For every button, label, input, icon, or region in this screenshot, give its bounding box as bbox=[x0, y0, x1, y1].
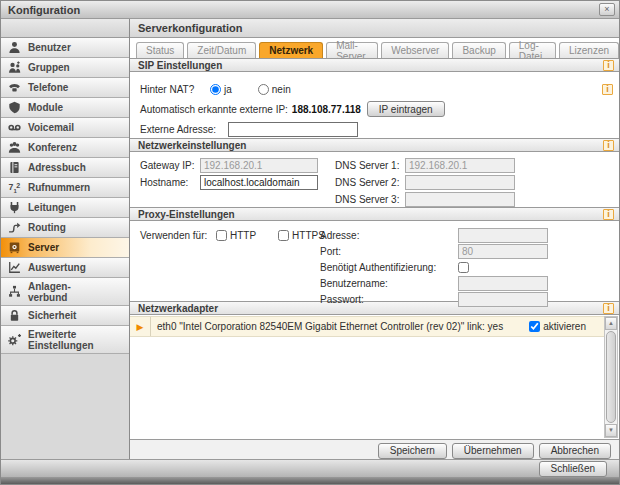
port-label: Port: bbox=[320, 246, 458, 257]
sidebar-item-label: Konferenz bbox=[28, 142, 77, 153]
numbers-icon: 712 bbox=[1, 181, 28, 194]
passwort-label: Passwort: bbox=[320, 294, 458, 305]
plug-icon bbox=[1, 201, 28, 214]
sidebar-item-label: Telefone bbox=[28, 82, 68, 93]
address-book-icon bbox=[1, 161, 28, 174]
section-header-proxy: Proxy-Einstellungen i bbox=[130, 207, 619, 221]
info-icon[interactable]: i bbox=[603, 60, 614, 71]
adapter-row[interactable]: ▶ eth0 "Intel Corporation 82540EM Gigabi… bbox=[130, 316, 604, 337]
aktivieren-checkbox[interactable] bbox=[529, 321, 540, 332]
info-icon[interactable]: i bbox=[602, 84, 613, 95]
sidebar-item-gruppen[interactable]: Gruppen bbox=[1, 58, 129, 78]
sidebar-item-leitungen[interactable]: Leitungen bbox=[1, 198, 129, 218]
sidebar-item-rufnummern[interactable]: 712 Rufnummern bbox=[1, 178, 129, 198]
sidebar-item-routing[interactable]: Routing bbox=[1, 218, 129, 238]
sidebar-item-voicemail[interactable]: Voicemail bbox=[1, 118, 129, 138]
scroll-up-icon[interactable]: ▲ bbox=[605, 317, 617, 330]
uebernehmen-button[interactable]: Übernehmen bbox=[452, 443, 534, 459]
sidebar-header bbox=[1, 19, 129, 38]
svg-text:1: 1 bbox=[13, 188, 17, 194]
section-title: Proxy-Einstellungen bbox=[138, 209, 603, 220]
sidebar-item-anlagenverbund[interactable]: Anlagen-verbund bbox=[1, 278, 129, 306]
window-titlebar[interactable]: Konfiguration × bbox=[1, 1, 619, 19]
externe-adresse-input[interactable] bbox=[228, 122, 358, 137]
scrollbar[interactable]: ▲ ▼ bbox=[604, 316, 618, 438]
users-icon bbox=[1, 61, 28, 74]
shield-icon bbox=[1, 101, 28, 114]
network-tree-icon bbox=[1, 285, 28, 298]
adapter-description: eth0 "Intel Corporation 82540EM Gigabit … bbox=[151, 321, 529, 332]
nat-label: Hinter NAT? bbox=[140, 84, 210, 95]
info-icon[interactable]: i bbox=[603, 209, 614, 220]
aktivieren-checkbox-label[interactable]: aktivieren bbox=[529, 321, 604, 332]
section-title: Netzwerkeinstellungen bbox=[138, 140, 603, 151]
dns3-label: DNS Server 3: bbox=[335, 194, 405, 205]
speichern-button[interactable]: Speichern bbox=[378, 443, 447, 459]
sidebar-item-module[interactable]: Module bbox=[1, 98, 129, 118]
nat-radio-nein[interactable]: nein bbox=[258, 84, 291, 95]
conference-icon bbox=[1, 141, 28, 154]
chart-icon bbox=[1, 261, 28, 274]
sidebar-item-erweiterte-einstellungen[interactable]: ErweiterteEinstellungen bbox=[1, 326, 129, 354]
tab-netzwerk[interactable]: Netzwerk bbox=[259, 42, 323, 58]
voicemail-icon bbox=[1, 121, 28, 134]
sidebar-item-auswertung[interactable]: Auswertung bbox=[1, 258, 129, 278]
info-icon[interactable]: i bbox=[603, 140, 614, 151]
sidebar-item-server[interactable]: Server bbox=[1, 238, 129, 258]
sidebar-item-label: Benutzer bbox=[28, 42, 71, 53]
server-icon bbox=[1, 241, 28, 254]
section-header-sip: SIP Einstellungen i bbox=[130, 58, 619, 72]
tab-lizenzen[interactable]: Lizenzen bbox=[559, 42, 619, 58]
sip-section: Hinter NAT? ja nein i Automatisch erkann… bbox=[130, 72, 619, 138]
network-section: Gateway IP: Hostname: DNS Server 1: DNS … bbox=[130, 152, 619, 207]
auth-checkbox[interactable] bbox=[458, 262, 469, 273]
config-window: Konfiguration × Benutzer Gruppen Telefon… bbox=[0, 0, 620, 485]
adresse-label: Adresse: bbox=[320, 230, 458, 241]
sidebar-item-label: Anlagen-verbund bbox=[28, 281, 71, 303]
schliessen-button[interactable]: Schließen bbox=[539, 461, 607, 477]
tab-log-datei[interactable]: Log-Datei bbox=[509, 42, 556, 58]
radio-nein[interactable] bbox=[258, 84, 269, 95]
https-checkbox-label[interactable]: HTTPS bbox=[278, 230, 325, 241]
sidebar-item-label: Module bbox=[28, 102, 63, 113]
page-title: Serverkonfiguration bbox=[130, 19, 619, 38]
sidebar-item-telefone[interactable]: Telefone bbox=[1, 78, 129, 98]
tab-backup[interactable]: Backup bbox=[452, 42, 505, 58]
scroll-down-icon[interactable]: ▼ bbox=[605, 424, 617, 437]
sidebar-item-sicherheit[interactable]: Sicherheit bbox=[1, 306, 129, 326]
scrollbar-thumb[interactable] bbox=[606, 331, 616, 423]
https-checkbox[interactable] bbox=[278, 230, 289, 241]
gear-plus-icon bbox=[1, 333, 28, 346]
tab-zeit-datum[interactable]: Zeit/Datum bbox=[187, 42, 256, 58]
info-icon[interactable]: i bbox=[603, 303, 614, 314]
action-bar: Speichern Übernehmen Abbrechen bbox=[130, 439, 619, 461]
http-checkbox[interactable] bbox=[216, 230, 227, 241]
sidebar-item-adressbuch[interactable]: Adressbuch bbox=[1, 158, 129, 178]
expand-arrow-icon[interactable]: ▶ bbox=[130, 317, 151, 336]
main-area: Benutzer Gruppen Telefone Module Voicema… bbox=[1, 19, 619, 461]
sidebar-item-konferenz[interactable]: Konferenz bbox=[1, 138, 129, 158]
ip-eintragen-button[interactable]: IP eintragen bbox=[367, 101, 445, 117]
sidebar-item-label: ErweiterteEinstellungen bbox=[28, 329, 94, 351]
abbrechen-button[interactable]: Abbrechen bbox=[539, 443, 611, 459]
proxy-section: Verwenden für: HTTP HTTPS Adresse: Port:… bbox=[130, 221, 619, 301]
http-checkbox-label[interactable]: HTTP bbox=[216, 230, 256, 241]
dns2-input bbox=[405, 175, 515, 190]
sidebar-item-label: Adressbuch bbox=[28, 162, 86, 173]
sidebar-item-label: Sicherheit bbox=[28, 310, 76, 321]
radio-ja[interactable] bbox=[210, 84, 221, 95]
proxy-pass-input bbox=[458, 292, 548, 307]
tab-webserver[interactable]: Webserver bbox=[381, 42, 449, 58]
tab-status[interactable]: Status bbox=[136, 42, 184, 58]
tab-bar: Status Zeit/Datum Netzwerk Mail-Server W… bbox=[130, 38, 619, 58]
dns2-label: DNS Server 2: bbox=[335, 177, 405, 188]
auto-ip-label: Automatisch erkannte externe IP: bbox=[140, 104, 288, 115]
sidebar-item-benutzer[interactable]: Benutzer bbox=[1, 38, 129, 58]
close-icon[interactable]: × bbox=[599, 3, 615, 16]
sidebar: Benutzer Gruppen Telefone Module Voicema… bbox=[1, 19, 130, 461]
hostname-input[interactable] bbox=[200, 175, 318, 190]
tab-mail-server[interactable]: Mail-Server bbox=[326, 42, 378, 58]
nat-radio-ja[interactable]: ja bbox=[210, 84, 232, 95]
user-icon bbox=[1, 41, 28, 54]
sidebar-item-label: Leitungen bbox=[28, 202, 76, 213]
